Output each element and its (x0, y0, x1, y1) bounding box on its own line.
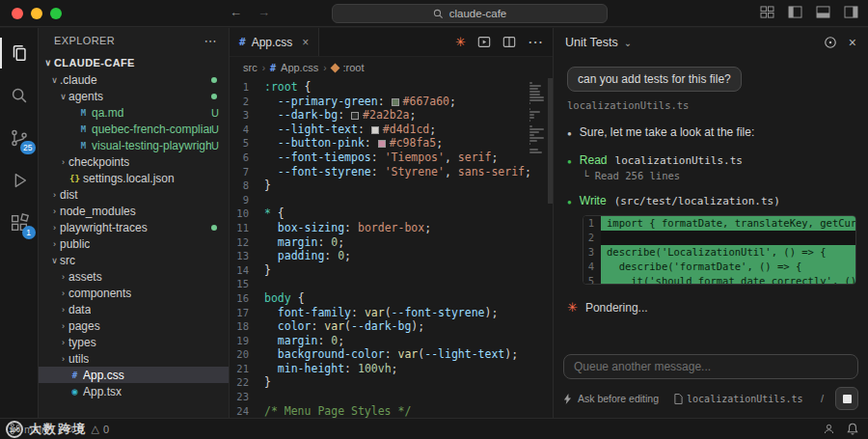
activity-extensions[interactable]: 1 (0, 202, 39, 244)
session-info-icon[interactable] (824, 36, 837, 49)
twisty-closed-icon[interactable]: › (58, 321, 68, 331)
chat-code-block[interactable]: 1import { formatDate, translateKey, getC… (583, 215, 856, 285)
editor-more-icon[interactable]: ⋯ (528, 33, 543, 51)
twisty-open-icon[interactable]: ∨ (49, 75, 60, 85)
toggle-sidebar-icon[interactable] (788, 6, 802, 18)
run-preview-icon[interactable] (477, 36, 491, 48)
explorer-more-icon[interactable]: ⋯ (204, 34, 217, 48)
problems-indicator[interactable]: ⊘ 0 △ 0 (65, 423, 109, 435)
command-center-search[interactable]: claude-cafe (332, 4, 608, 23)
color-swatch[interactable] (392, 98, 399, 106)
minimap[interactable] (529, 82, 545, 154)
twisty-closed-icon[interactable]: › (58, 288, 68, 298)
tree-item-checkpoints[interactable]: ›checkpoints (39, 153, 229, 170)
code-line[interactable]: 17 font-family: var(--font-styrene); (230, 306, 553, 320)
code-line[interactable]: 24/* Menu Page Styles */ (230, 404, 553, 418)
chevron-down-icon[interactable]: ⌄ (624, 38, 632, 48)
workspace-root[interactable]: ∨ CLAUDE-CAFE (39, 53, 229, 71)
close-window-button[interactable] (12, 8, 23, 19)
activity-source-control[interactable]: 25 (0, 117, 39, 159)
code-line[interactable]: 9 (230, 193, 553, 207)
activity-run-debug[interactable] (0, 159, 39, 202)
code-line[interactable]: 14} (230, 263, 553, 278)
tree-item-quebec-french-complian...[interactable]: Mquebec-french-complian...U (39, 121, 229, 137)
twisty-closed-icon[interactable]: › (58, 354, 68, 364)
breadcrumb-symbol[interactable]: :root (343, 62, 365, 73)
code-line[interactable]: 7 --font-styrene: 'Styrene', sans-serif; (230, 165, 553, 179)
code-line[interactable]: 20 background-color: var(--light-text); (230, 347, 553, 362)
tree-item-components[interactable]: ›components (39, 285, 229, 301)
split-editor-icon[interactable] (502, 36, 516, 48)
tree-item-src[interactable]: ∨src (39, 252, 229, 268)
code-line[interactable]: 18 color: var(--dark-bg); (230, 319, 553, 334)
toggle-panel-icon[interactable] (816, 6, 830, 18)
tree-item-app.css[interactable]: #App.css (39, 367, 229, 383)
code-line[interactable]: 22} (230, 375, 553, 390)
code-line[interactable]: 4 --light-text: #d4d1cd; (230, 123, 553, 137)
code-line[interactable]: 16body { (230, 291, 553, 306)
code-line[interactable]: 13 padding: 0; (230, 249, 553, 263)
twisty-open-icon[interactable]: ∨ (49, 256, 60, 265)
code-line[interactable]: 5 --button-pink: #c98fa5; (230, 136, 553, 151)
twisty-open-icon[interactable]: ∨ (42, 58, 54, 68)
code-line[interactable]: 2 --primary-green: #667a60; (230, 95, 553, 109)
attached-file-chip[interactable]: localizationUtils.ts (674, 394, 802, 404)
write-step-path[interactable]: (src/test/localization.ts) (614, 195, 780, 207)
tree-item-playwright-traces[interactable]: ›playwright-traces (39, 219, 229, 235)
code-editor[interactable]: 1:root {2 --primary-green: #667a60;3 --d… (230, 78, 553, 418)
code-line[interactable]: 3 --dark-bg: #2a2b2a; (230, 108, 553, 123)
color-swatch[interactable] (371, 126, 379, 134)
read-step-file[interactable]: localizationUtils.ts (615, 154, 743, 167)
edit-mode-label[interactable]: Ask before editing (578, 393, 659, 404)
tree-item-settings.local.json[interactable]: {}settings.local.json (39, 170, 229, 186)
code-line[interactable]: 1:root { (230, 80, 553, 95)
breadcrumb-src[interactable]: src (243, 62, 258, 73)
toggle-secondary-sidebar-icon[interactable] (844, 6, 858, 18)
twisty-closed-icon[interactable]: › (49, 223, 60, 233)
bell-icon[interactable] (847, 423, 858, 435)
activity-explorer[interactable] (0, 32, 39, 74)
code-line[interactable]: 10* { (230, 206, 553, 221)
minimize-window-button[interactable] (31, 8, 42, 19)
branch-indicator[interactable]: main* (10, 423, 51, 435)
stop-button[interactable] (835, 387, 858, 410)
tree-item-data[interactable]: ›data (39, 301, 229, 317)
twisty-closed-icon[interactable]: › (58, 338, 68, 347)
twisty-closed-icon[interactable]: › (58, 272, 68, 282)
editor-scrollbar[interactable] (548, 78, 553, 204)
maximize-window-button[interactable] (50, 8, 62, 19)
close-panel-icon[interactable]: × (849, 35, 856, 50)
twisty-closed-icon[interactable]: › (58, 305, 68, 315)
tree-item-qa.md[interactable]: Mqa.mdU (39, 104, 229, 121)
twisty-closed-icon[interactable]: › (49, 190, 60, 200)
color-swatch[interactable] (351, 112, 359, 120)
code-line[interactable]: 21 min-height: 100vh; (230, 362, 553, 376)
twisty-closed-icon[interactable]: › (49, 239, 60, 249)
layout-grid-icon[interactable] (760, 6, 774, 18)
activity-search[interactable] (0, 74, 39, 117)
tree-item-assets[interactable]: ›assets (39, 268, 229, 285)
tree-item-agents[interactable]: ∨agents (39, 88, 229, 104)
color-swatch[interactable] (378, 140, 386, 148)
tree-item-public[interactable]: ›public (39, 235, 229, 252)
code-line[interactable]: 6 --font-tiempos: 'Tiempos', serif; (230, 151, 553, 165)
code-line[interactable]: 11 box-sizing: border-box; (230, 221, 553, 235)
code-line[interactable]: 15 (230, 277, 553, 291)
tree-item-types[interactable]: ›types (39, 334, 229, 350)
code-line[interactable]: 8} (230, 178, 553, 193)
chat-input[interactable] (563, 354, 858, 379)
nav-back-icon[interactable]: ← (230, 5, 242, 19)
tree-item-dist[interactable]: ›dist (39, 186, 229, 203)
code-line[interactable]: 19 margin: 0; (230, 334, 553, 348)
tree-item-visual-testing-playwright-...[interactable]: Mvisual-testing-playwright-...U (39, 137, 229, 153)
code-line[interactable]: 23 (230, 390, 553, 404)
twisty-closed-icon[interactable]: › (58, 157, 68, 167)
account-icon[interactable] (823, 423, 835, 435)
tree-item-app.tsx[interactable]: ◉App.tsx (39, 383, 229, 399)
twisty-open-icon[interactable]: ∨ (58, 92, 68, 101)
tree-item-node-modules[interactable]: ›node_modules (39, 203, 229, 219)
nav-forward-icon[interactable]: → (258, 5, 270, 19)
tab-close-icon[interactable]: × (302, 36, 309, 49)
breadcrumb-file[interactable]: App.css (281, 62, 318, 73)
tree-item-utils[interactable]: ›utils (39, 350, 229, 367)
